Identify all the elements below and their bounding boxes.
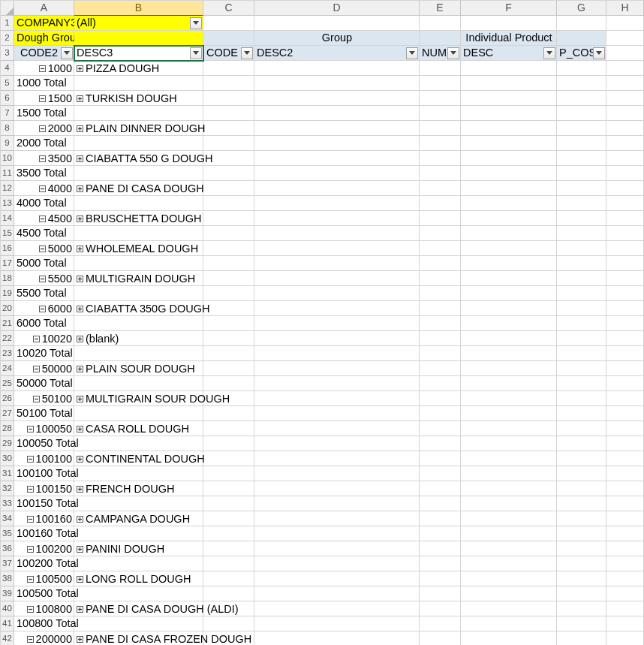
expand-icon[interactable] — [77, 185, 83, 192]
row-head[interactable]: 30 — [1, 451, 14, 466]
desc-cell[interactable]: LONG ROLL DOUGH — [74, 571, 203, 586]
filter-dropdown-icon[interactable] — [406, 47, 418, 59]
pcost-header[interactable]: P_COST — [557, 46, 606, 61]
desc-cell[interactable]: PLAIN SOUR DOUGH — [74, 361, 203, 376]
row-head[interactable]: 1 — [1, 16, 14, 31]
code-cell[interactable]: 100160 — [14, 511, 74, 526]
expand-icon[interactable] — [77, 306, 83, 312]
row-head[interactable]: 28 — [1, 421, 14, 436]
collapse-icon[interactable] — [27, 576, 34, 583]
expand-icon[interactable] — [77, 125, 83, 132]
row-head[interactable]: 7 — [1, 106, 14, 121]
expand-icon[interactable] — [77, 486, 83, 493]
collapse-icon[interactable] — [27, 486, 34, 493]
collapse-icon[interactable] — [27, 636, 34, 643]
desc-cell[interactable]: PANINI DOUGH — [74, 541, 203, 556]
row-head[interactable]: 37 — [1, 556, 14, 571]
row-head[interactable]: 29 — [1, 436, 14, 451]
code-cell[interactable]: 100050 — [14, 421, 74, 436]
desc-cell[interactable]: CIABATTA 550 G DOUGH — [74, 151, 203, 166]
total-cell[interactable]: 10020 Total — [14, 346, 74, 361]
total-cell[interactable]: 100050 Total — [14, 436, 74, 451]
col-head-g[interactable]: G — [557, 1, 606, 16]
total-cell[interactable]: 100150 Total — [14, 496, 74, 511]
filter-dropdown-icon[interactable] — [543, 47, 555, 59]
collapse-icon[interactable] — [39, 155, 46, 162]
total-cell[interactable]: 4500 Total — [14, 226, 74, 241]
filter-dropdown-icon[interactable] — [447, 47, 459, 59]
row-head[interactable]: 42 — [1, 631, 14, 645]
row-head[interactable]: 17 — [1, 256, 14, 271]
col-head-h[interactable]: H — [606, 1, 644, 16]
expand-icon[interactable] — [77, 636, 83, 643]
collapse-icon[interactable] — [39, 95, 46, 102]
total-cell[interactable]: 5500 Total — [14, 286, 74, 301]
code-cell[interactable]: 1000 — [14, 61, 74, 76]
row-head[interactable]: 40 — [1, 601, 14, 616]
desc-cell[interactable]: WHOLEMEAL DOUGH — [74, 241, 203, 256]
code-cell[interactable]: 200000 — [14, 631, 74, 645]
code-cell[interactable]: 5000 — [14, 241, 74, 256]
row-head[interactable]: 38 — [1, 571, 14, 586]
collapse-icon[interactable] — [39, 216, 46, 222]
expand-icon[interactable] — [77, 426, 83, 433]
expand-icon[interactable] — [77, 546, 83, 553]
collapse-icon[interactable] — [27, 606, 34, 613]
row-head[interactable]: 16 — [1, 241, 14, 256]
row-head[interactable]: 9 — [1, 136, 14, 151]
row-head[interactable]: 13 — [1, 196, 14, 211]
desc-cell[interactable]: CIABATTA 350G DOUGH — [74, 301, 203, 316]
desc-cell[interactable]: TURKISH DOUGH — [74, 91, 203, 106]
row-head[interactable]: 18 — [1, 271, 14, 286]
total-cell[interactable]: 5000 Total — [14, 256, 74, 271]
collapse-icon[interactable] — [33, 396, 40, 402]
expand-icon[interactable] — [77, 396, 83, 402]
row-head[interactable]: 25 — [1, 376, 14, 391]
select-all-corner[interactable] — [1, 1, 14, 16]
collapse-icon[interactable] — [33, 336, 40, 342]
collapse-icon[interactable] — [27, 516, 34, 523]
desc-cell[interactable]: PANE DI CASA DOUGH — [74, 181, 203, 196]
total-cell[interactable]: 100200 Total — [14, 556, 74, 571]
row-head[interactable]: 20 — [1, 301, 14, 316]
row-head[interactable]: 41 — [1, 616, 14, 631]
desc3-header[interactable]: DESC3 — [74, 46, 203, 61]
total-cell[interactable]: 50100 Total — [14, 406, 74, 421]
code-cell[interactable]: 5500 — [14, 271, 74, 286]
row-head[interactable]: 3 — [1, 46, 14, 61]
filter-dropdown-icon[interactable] — [241, 47, 253, 59]
expand-icon[interactable] — [77, 216, 83, 222]
code-cell[interactable]: 100200 — [14, 541, 74, 556]
desc-cell[interactable]: PANE DI CASA DOUGH (ALDI) — [74, 601, 203, 616]
total-cell[interactable]: 100500 Total — [14, 586, 74, 601]
row-head[interactable]: 39 — [1, 586, 14, 601]
row-head[interactable]: 4 — [1, 61, 14, 76]
row-head[interactable]: 22 — [1, 331, 14, 346]
row-head[interactable]: 15 — [1, 226, 14, 241]
code-header[interactable]: CODE — [203, 46, 254, 61]
desc-cell[interactable]: MULTIGRAIN DOUGH — [74, 271, 203, 286]
total-cell[interactable]: 4000 Total — [14, 196, 74, 211]
total-cell[interactable]: 50000 Total — [14, 376, 74, 391]
total-cell[interactable]: 1500 Total — [14, 106, 74, 121]
desc-cell[interactable]: CAMPANGA DOUGH — [74, 511, 203, 526]
col-head-c[interactable]: C — [203, 1, 254, 16]
row-head[interactable]: 27 — [1, 406, 14, 421]
desc-cell[interactable]: PIZZA DOUGH — [74, 61, 203, 76]
col-head-a[interactable]: A — [14, 1, 74, 16]
code-cell[interactable]: 100100 — [14, 451, 74, 466]
desc-cell[interactable]: CASA ROLL DOUGH — [74, 421, 203, 436]
row-head[interactable]: 6 — [1, 91, 14, 106]
company-filter-cell[interactable]: (All) — [74, 16, 203, 31]
total-cell[interactable]: 100100 Total — [14, 466, 74, 481]
code-cell[interactable]: 10020 — [14, 331, 74, 346]
code-cell[interactable]: 1500 — [14, 91, 74, 106]
desc-cell[interactable]: CONTINENTAL DOUGH — [74, 451, 203, 466]
expand-icon[interactable] — [77, 456, 83, 463]
expand-icon[interactable] — [77, 276, 83, 282]
desc-cell[interactable]: PLAIN DINNER DOUGH — [74, 121, 203, 136]
desc-cell[interactable]: MULTIGRAIN SOUR DOUGH — [74, 391, 203, 406]
collapse-icon[interactable] — [39, 65, 46, 72]
expand-icon[interactable] — [77, 155, 83, 162]
desc-cell[interactable]: (blank) — [74, 331, 203, 346]
